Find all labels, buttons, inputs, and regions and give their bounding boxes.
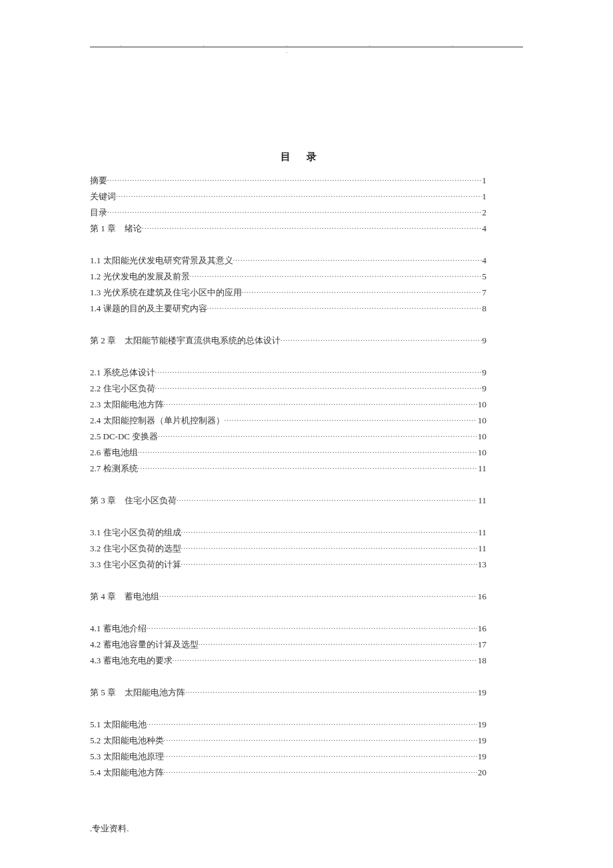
toc-entry: 目录 2 — [90, 205, 486, 221]
toc-label: 2.5 DC-DC 变换器 — [90, 429, 158, 445]
toc-page-number: 11 — [477, 541, 486, 557]
toc-entry: 5.4 太阳能电池方阵 20 — [90, 765, 486, 781]
toc-entry: 5.3 太阳能电池原理 19 — [90, 749, 486, 765]
toc-leader-dots — [164, 397, 478, 412]
toc-page-number: 16 — [477, 621, 486, 637]
toc-entry: 3.3 住宅小区负荷的计算 13 — [90, 557, 486, 573]
toc-label: 5.4 太阳能电池方阵 — [90, 765, 164, 781]
toc-leader-dots — [242, 285, 482, 300]
toc-page-number: 8 — [482, 301, 487, 317]
toc-chapter-header: 第 4 章 蓄电池组 16 — [90, 589, 486, 605]
toc-entry: 2.4 太阳能控制器（单片机控制器） 10 — [90, 413, 486, 429]
toc-page-number: 19 — [477, 749, 486, 765]
toc-leader-dots — [177, 493, 477, 508]
toc-entry: 5.2 太阳能电池种类 19 — [90, 733, 486, 749]
toc-label: 2.1 系统总体设计 — [90, 365, 155, 381]
toc-label: 目录 — [90, 205, 107, 221]
toc-page-number: 11 — [477, 493, 486, 509]
toc-page-number: 9 — [482, 333, 487, 349]
toc-label: 第 5 章 太阳能电池方阵 — [90, 685, 185, 701]
toc-page-number: 18 — [477, 653, 486, 669]
toc-label: 1.1 太阳能光伏发电研究背景及其意义 — [90, 253, 233, 269]
toc-leader-dots — [158, 429, 477, 444]
footer-text: .专业资料. — [90, 823, 129, 835]
toc-leader-dots — [155, 365, 482, 380]
toc-front-matter: 摘要 1 关键词 1 目录 2 第 1 章 绪论 4 — [90, 173, 486, 237]
toc-entry: 1.1 太阳能光伏发电研究背景及其意义 4 — [90, 253, 486, 269]
toc-ch1-items: 1.1 太阳能光伏发电研究背景及其意义 4 1.2 光伏发电的发展及前景 5 1… — [90, 253, 486, 317]
toc-label: 第 2 章 太阳能节能楼宇直流供电系统的总体设计 — [90, 333, 281, 349]
toc-leader-dots — [116, 189, 482, 204]
toc-label: 3.2 住宅小区负荷的选型 — [90, 541, 181, 557]
toc-label: 1.3 光伏系统在建筑及住宅小区中的应用 — [90, 285, 242, 301]
toc-entry: 3.2 住宅小区负荷的选型 11 — [90, 541, 486, 557]
toc-label: 关键词 — [90, 189, 116, 205]
toc-content: 摘要 1 关键词 1 目录 2 第 1 章 绪论 4 1.1 太阳 — [90, 173, 486, 781]
toc-entry: 1.4 课题的目的及主要研究内容 8 — [90, 301, 486, 317]
toc-leader-dots — [159, 589, 477, 604]
toc-chapter-header: 第 3 章 住宅小区负荷 11 — [90, 493, 486, 509]
toc-page-number: 9 — [482, 381, 487, 397]
toc-ch5-items: 5.1 太阳能电池 19 5.2 太阳能电池种类 19 5.3 太阳能电池原理 … — [90, 717, 486, 781]
toc-page-number: 19 — [477, 685, 486, 701]
toc-leader-dots — [181, 525, 478, 540]
toc-ch4-items: 4.1 蓄电池介绍 16 4.2 蓄电池容量的计算及选型 17 4.3 蓄电池充… — [90, 621, 486, 669]
toc-page-number: 5 — [482, 269, 487, 285]
header-dots: . . . . . . — [90, 41, 523, 54]
toc-page-number: 19 — [477, 733, 486, 749]
toc-leader-dots — [155, 381, 482, 396]
toc-label: 2.3 太阳能电池方阵 — [90, 397, 164, 413]
toc-entry: 2.2 住宅小区负荷 9 — [90, 381, 486, 397]
toc-leader-dots — [164, 749, 478, 764]
toc-entry: 2.1 系统总体设计 9 — [90, 365, 486, 381]
toc-chapter-header: 第 2 章 太阳能节能楼宇直流供电系统的总体设计 9 — [90, 333, 486, 349]
toc-page-number: 4 — [482, 221, 487, 237]
toc-page-number: 1 — [482, 173, 487, 189]
toc-entry: 5.1 太阳能电池 19 — [90, 717, 486, 733]
toc-leader-dots — [225, 413, 478, 428]
toc-label: 第 3 章 住宅小区负荷 — [90, 493, 177, 509]
toc-leader-dots — [138, 461, 478, 476]
toc-leader-dots — [164, 765, 478, 780]
toc-label: 5.1 太阳能电池 — [90, 717, 147, 733]
toc-entry: 4.1 蓄电池介绍 16 — [90, 621, 486, 637]
toc-leader-dots — [173, 653, 478, 668]
toc-page-number: 11 — [477, 461, 486, 477]
toc-label: 4.3 蓄电池充电的要求 — [90, 653, 173, 669]
header-rule: . . . . . . — [90, 47, 523, 47]
toc-label: 第 1 章 绪论 — [90, 221, 142, 237]
toc-page-number: 19 — [477, 717, 486, 733]
toc-ch2-items: 2.1 系统总体设计 9 2.2 住宅小区负荷 9 2.3 太阳能电池方阵 10… — [90, 365, 486, 477]
toc-leader-dots — [147, 717, 478, 732]
toc-entry: 2.3 太阳能电池方阵 10 — [90, 397, 486, 413]
toc-entry: 2.7 检测系统 11 — [90, 461, 486, 477]
toc-label: 1.4 课题的目的及主要研究内容 — [90, 301, 207, 317]
document-page: . . . . . . 目录 摘要 1 关键词 1 目录 2 第 1 章 绪 — [0, 0, 613, 807]
toc-leader-dots — [107, 173, 482, 188]
toc-page-number: 20 — [477, 765, 486, 781]
toc-entry: 第 1 章 绪论 4 — [90, 221, 486, 237]
toc-leader-dots — [190, 269, 482, 284]
toc-page-number: 1 — [482, 189, 487, 205]
toc-label: 3.3 住宅小区负荷的计算 — [90, 557, 181, 573]
toc-page-number: 9 — [482, 365, 487, 381]
toc-page-number: 4 — [482, 253, 487, 269]
toc-leader-dots — [138, 445, 478, 460]
toc-page-number: 10 — [477, 397, 486, 413]
toc-page-number: 10 — [477, 445, 486, 461]
toc-entry: 2.6 蓄电池组 10 — [90, 445, 486, 461]
toc-label: 1.2 光伏发电的发展及前景 — [90, 269, 190, 285]
toc-leader-dots — [199, 637, 478, 652]
toc-leader-dots — [181, 557, 478, 572]
toc-label: 5.2 太阳能电池种类 — [90, 733, 164, 749]
toc-entry: 1.3 光伏系统在建筑及住宅小区中的应用 7 — [90, 285, 486, 301]
toc-label: 5.3 太阳能电池原理 — [90, 749, 164, 765]
toc-page-number: 16 — [477, 589, 486, 605]
toc-leader-dots — [185, 685, 477, 700]
toc-page-number: 7 — [482, 285, 487, 301]
toc-leader-dots — [107, 205, 482, 220]
toc-chapter-header: 第 5 章 太阳能电池方阵 19 — [90, 685, 486, 701]
toc-label: 2.6 蓄电池组 — [90, 445, 138, 461]
toc-leader-dots — [181, 541, 478, 556]
toc-page-number: 17 — [477, 637, 486, 653]
